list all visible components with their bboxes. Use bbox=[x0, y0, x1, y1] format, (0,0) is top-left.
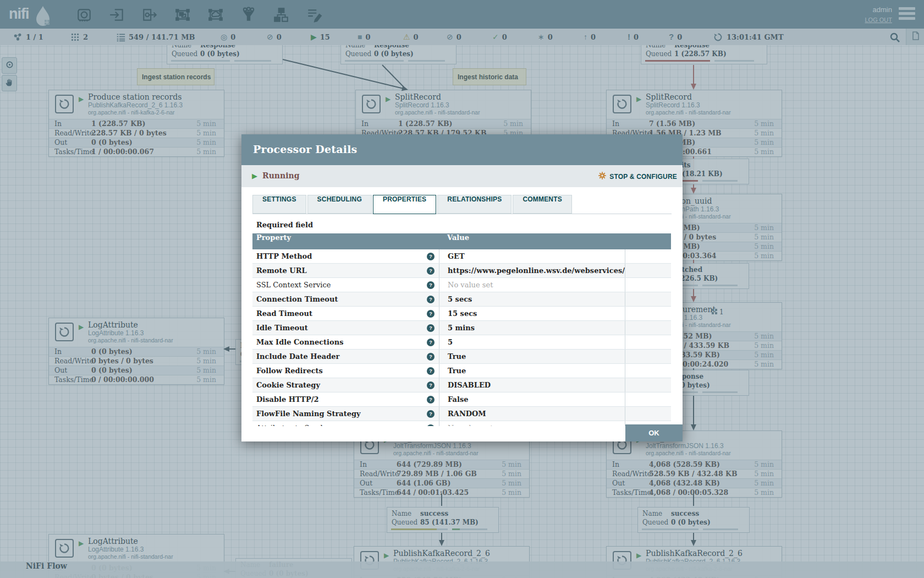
property-name: Disable HTTP/2? bbox=[252, 392, 439, 406]
filler-cell bbox=[625, 392, 671, 406]
property-row: Idle Timeout?5 mins bbox=[252, 321, 671, 335]
state-label: Running bbox=[262, 171, 299, 180]
property-name-text: Idle Timeout bbox=[256, 324, 308, 332]
property-name: Attributes to Send? bbox=[252, 421, 439, 426]
property-row: HTTP Method?GET bbox=[252, 249, 671, 264]
dialog-title: Processor Details bbox=[241, 134, 683, 155]
filler-cell bbox=[625, 407, 671, 421]
property-row: FlowFile Naming Strategy?RANDOM bbox=[252, 407, 671, 421]
stop-and-configure-button[interactable]: STOP & CONFIGURE bbox=[598, 171, 677, 182]
processor-state: ▶ Running bbox=[252, 171, 299, 180]
property-row: Cookie Strategy?DISABLED bbox=[252, 378, 671, 392]
stop-and-configure-label: STOP & CONFIGURE bbox=[609, 173, 677, 181]
property-value: False bbox=[439, 392, 625, 406]
filler-cell bbox=[625, 307, 671, 320]
property-name-text: Read Timeout bbox=[256, 309, 312, 318]
property-name-text: FlowFile Naming Strategy bbox=[256, 410, 361, 418]
property-row: Disable HTTP/2?False bbox=[252, 392, 671, 407]
property-row: Connection Timeout?5 secs bbox=[252, 292, 671, 307]
property-value: 5 mins bbox=[439, 321, 625, 335]
property-name-text: Follow Redirects bbox=[256, 367, 323, 375]
property-row: Include Date Header?True bbox=[252, 350, 671, 364]
filler-cell bbox=[625, 292, 671, 306]
filler-cell bbox=[625, 350, 671, 363]
property-name: Read Timeout? bbox=[252, 307, 439, 320]
property-name: Remote URL? bbox=[252, 264, 439, 277]
property-name-text: Include Date Header bbox=[256, 352, 339, 361]
property-name: FlowFile Naming Strategy? bbox=[252, 407, 439, 421]
filler-cell bbox=[625, 264, 671, 277]
property-name: Cookie Strategy? bbox=[252, 378, 439, 392]
help-icon[interactable]: ? bbox=[427, 424, 435, 426]
property-value: 5 bbox=[439, 335, 625, 349]
filler-column-header bbox=[625, 233, 671, 249]
property-name-text: SSL Context Service bbox=[256, 281, 331, 289]
help-icon[interactable]: ? bbox=[427, 367, 435, 375]
value-column-header: Value bbox=[439, 233, 625, 249]
property-name-text: HTTP Method bbox=[256, 252, 312, 260]
help-icon[interactable]: ? bbox=[427, 324, 435, 332]
properties-table: Property Value HTTP Method?GETRemote URL… bbox=[252, 233, 671, 426]
properties-table-body: HTTP Method?GETRemote URL?https://www.pe… bbox=[252, 249, 671, 426]
property-row: Read Timeout?15 secs bbox=[252, 307, 671, 321]
tab-scheduling[interactable]: SCHEDULING bbox=[307, 195, 372, 214]
required-field-legend: Required field bbox=[256, 221, 672, 229]
property-value: RANDOM bbox=[439, 407, 625, 421]
property-value: DISABLED bbox=[439, 378, 625, 392]
property-row: Max Idle Connections?5 bbox=[252, 335, 671, 350]
property-name: Follow Redirects? bbox=[252, 364, 439, 378]
property-name-text: Disable HTTP/2 bbox=[256, 395, 319, 403]
property-value: GET bbox=[439, 249, 625, 263]
property-value: No value set bbox=[439, 421, 625, 426]
property-name: Max Idle Connections? bbox=[252, 335, 439, 349]
tab-settings[interactable]: SETTINGS bbox=[252, 195, 306, 214]
property-value: 15 secs bbox=[439, 307, 625, 320]
property-name-text: Max Idle Connections bbox=[256, 338, 344, 346]
dialog-tabs: SETTINGSSCHEDULINGPROPERTIESRELATIONSHIP… bbox=[252, 194, 672, 214]
property-row: SSL Context Service?No value set bbox=[252, 278, 671, 292]
dialog-header: Processor Details bbox=[241, 134, 683, 165]
nifi-app: Ingest station recordsIngest historic da… bbox=[0, 0, 924, 578]
help-icon[interactable]: ? bbox=[427, 281, 435, 289]
filler-cell bbox=[625, 378, 671, 392]
help-icon[interactable]: ? bbox=[427, 381, 435, 389]
running-play-icon: ▶ bbox=[252, 172, 257, 180]
property-row: Attributes to Send?No value set bbox=[252, 421, 671, 426]
help-icon[interactable]: ? bbox=[427, 339, 435, 346]
help-icon[interactable]: ? bbox=[427, 396, 435, 403]
property-name-text: Remote URL bbox=[256, 266, 307, 275]
help-icon[interactable]: ? bbox=[427, 253, 435, 260]
ok-button[interactable]: OK bbox=[625, 424, 683, 441]
property-name-text: Cookie Strategy bbox=[256, 381, 320, 389]
property-value: https://www.pegelonline.wsv.de/webservic… bbox=[439, 264, 625, 277]
filler-cell bbox=[625, 364, 671, 378]
property-value: True bbox=[439, 364, 625, 378]
property-name: Idle Timeout? bbox=[252, 321, 439, 335]
help-icon[interactable]: ? bbox=[427, 310, 435, 318]
property-column-header: Property bbox=[252, 233, 439, 249]
gear-icon bbox=[598, 171, 607, 182]
filler-cell bbox=[625, 335, 671, 349]
property-row: Follow Redirects?True bbox=[252, 364, 671, 378]
filler-cell bbox=[625, 249, 671, 263]
tab-properties[interactable]: PROPERTIES bbox=[373, 195, 436, 214]
property-name: Connection Timeout? bbox=[252, 292, 439, 306]
dialog-content: SETTINGSSCHEDULINGPROPERTIESRELATIONSHIP… bbox=[241, 194, 683, 426]
help-icon[interactable]: ? bbox=[427, 353, 435, 361]
tab-relationships[interactable]: RELATIONSHIPS bbox=[437, 195, 512, 214]
help-icon[interactable]: ? bbox=[427, 267, 435, 275]
help-icon[interactable]: ? bbox=[427, 410, 435, 418]
property-value: True bbox=[439, 350, 625, 363]
property-name: SSL Context Service? bbox=[252, 278, 439, 292]
tab-comments[interactable]: COMMENTS bbox=[513, 195, 572, 214]
property-name-text: Attributes to Send bbox=[256, 424, 323, 426]
property-name: HTTP Method? bbox=[252, 249, 439, 263]
property-value: 5 secs bbox=[439, 292, 625, 306]
property-row: Remote URL?https://www.pegelonline.wsv.d… bbox=[252, 264, 671, 278]
property-value: No value set bbox=[439, 278, 625, 292]
properties-table-header: Property Value bbox=[252, 233, 671, 249]
help-icon[interactable]: ? bbox=[427, 296, 435, 303]
property-name-text: Connection Timeout bbox=[256, 295, 338, 303]
filler-cell bbox=[625, 278, 671, 292]
property-name: Include Date Header? bbox=[252, 350, 439, 363]
